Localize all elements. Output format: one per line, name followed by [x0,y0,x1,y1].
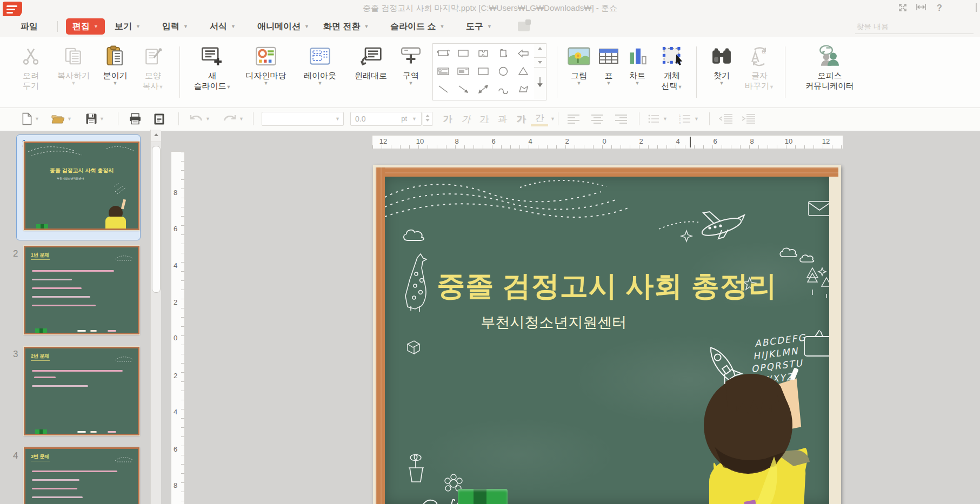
vertical-ruler[interactable]: 86 42 02 46 8 [171,151,185,504]
addin-icon[interactable] [518,22,530,31]
ruler-cursor-marker [690,137,691,147]
shape-rectangle-2[interactable] [474,62,492,80]
undo-button[interactable]: ▼ [189,111,210,126]
shape-curve[interactable] [494,80,512,98]
cut-button[interactable]: 오려두기 [15,42,46,91]
increase-indent-button[interactable] [742,111,756,126]
shape-triangle[interactable] [514,62,532,80]
scroll-up-icon[interactable] [154,133,158,136]
chevron-down-icon: ▼ [94,24,98,29]
svg-text:2: 2 [679,118,681,121]
print-preview-button[interactable] [154,111,165,126]
font-family-select[interactable]: ▼ [262,112,344,126]
numbered-list-button[interactable]: 123▼ [679,111,699,126]
slide-title[interactable]: 중졸 검정고시 사회 총정리 [385,267,829,305]
font-size-stepper[interactable] [423,112,432,126]
svg-text:3: 3 [679,122,681,124]
shape-vertical-scroll[interactable] [494,44,512,62]
italic-button[interactable]: 가 [457,111,475,126]
ribbon-separator [785,46,785,98]
shape-rectangle[interactable] [454,44,472,62]
board-frame-bottom [376,167,838,177]
fit-width-icon[interactable] [914,3,928,14]
open-button[interactable]: ▼ [51,111,72,126]
quickbar-separator [178,112,179,125]
menu-file[interactable]: 파일 [21,20,38,33]
paste-button[interactable]: 붙이기▼ [98,42,132,86]
slide-thumbnail-1[interactable]: 중졸 검정고시 사회 총정리 부천시청소년지원센터 [24,142,139,230]
menu-edit[interactable]: 편집▼ [66,18,105,35]
help-icon[interactable]: ? [932,3,946,14]
decrease-indent-button[interactable] [719,111,733,126]
replace-text-button[interactable]: a 글자바꾸기▼ [742,42,777,92]
slide-thumbnail-3[interactable]: 2번 문제 [24,347,139,435]
shape-arrow-line[interactable] [454,80,472,98]
print-button[interactable] [129,111,142,126]
menu-animation[interactable]: 애니메이션▼ [257,20,309,33]
bold-button[interactable]: 가 [439,111,456,126]
shadow-button[interactable]: 가 [512,111,530,126]
slide-subtitle[interactable]: 부천시청소년지원센터 [385,313,723,332]
shape-double-arrow-line[interactable] [474,80,492,98]
menu-tools[interactable]: 도구▼ [466,20,492,33]
slide-canvas[interactable]: ABCDEFG HIJKLMN OPQRSTU VWXYZ 중졸 검정고시 사회… [373,165,841,504]
strikethrough-button[interactable]: 과 [494,111,511,126]
format-copy-button[interactable]: 모양복사▼ [136,42,170,92]
section-button[interactable]: 구역▼ [397,42,425,86]
design-palette-icon [238,42,294,70]
align-left-button[interactable] [568,111,579,126]
new-slide-button[interactable]: 새슬라이드▼ [188,42,237,92]
svg-text:1: 1 [679,114,681,117]
slide-thumbnail-2[interactable]: 1번 문제 [24,246,139,334]
scroll-down-icon[interactable] [538,61,542,64]
new-document-button[interactable]: ▼ [22,111,39,126]
shape-left-arrow[interactable] [514,44,532,62]
picture-button[interactable]: 그림▼ [563,42,595,86]
shape-ellipse[interactable] [494,62,512,80]
shape-horizontal-scroll[interactable] [434,44,452,62]
menu-view[interactable]: 보기▼ [115,20,141,33]
font-color-button[interactable]: 간▼ [531,111,555,126]
align-right-button[interactable] [615,111,627,126]
copy-button[interactable]: 복사하기▼ [53,42,94,86]
find-button[interactable]: 찾기▼ [704,42,739,86]
chevron-down-icon: ▼ [304,24,309,29]
redo-button[interactable]: ▼ [223,111,244,126]
thumbnail-eraser [35,429,47,434]
panel-scroll-thumb[interactable] [152,146,161,293]
office-communicator-button[interactable]: 오피스커뮤니케이터 [795,42,865,91]
shape-text-card[interactable] [434,62,452,80]
picture-icon [563,42,595,70]
design-button[interactable]: 디자인마당▼ [238,42,294,86]
thumbnail-title: 3번 문제 [31,453,50,461]
menu-transition[interactable]: 화면 전환▼ [323,20,369,33]
child-figure [693,360,829,504]
fullscreen-icon[interactable] [896,3,910,14]
bullet-list-button[interactable]: ▼ [648,111,668,126]
save-button[interactable]: ▼ [85,111,104,126]
chevron-down-icon: ▼ [136,24,141,29]
chart-button[interactable]: 차트▼ [623,42,652,86]
shape-freeform[interactable] [514,80,532,98]
shape-line[interactable] [434,80,452,98]
shape-puzzle[interactable] [474,44,492,62]
panel-scrollbar[interactable] [150,130,161,504]
scroll-up-icon[interactable] [538,47,542,50]
horizontal-ruler[interactable]: 1210 86 42 02 46 810 12 [372,135,843,149]
select-object-button[interactable]: 개체선택▼ [655,42,689,92]
search-input[interactable] [855,19,974,34]
underline-button[interactable]: 가 [476,111,493,126]
slide-thumbnail-4[interactable]: 3번 문제 [24,447,139,504]
align-center-button[interactable] [591,111,603,126]
layout-button[interactable]: 레이아웃▼ [295,42,345,86]
menu-slideshow[interactable]: 슬라이드 쇼▼ [390,20,444,33]
shape-barcode-card[interactable] [454,62,472,80]
menu-format[interactable]: 서식▼ [210,20,236,33]
font-size-select[interactable]: 0.0 pt ▼ [350,112,422,126]
menu-insert[interactable]: 입력▼ [162,20,188,33]
table-button[interactable]: 표▼ [597,42,621,86]
layout-icon [295,42,345,70]
reset-slide-button[interactable]: 원래대로 [346,42,396,80]
shapes-scrollbar[interactable] [534,43,546,100]
copy-pages-icon [53,42,94,70]
